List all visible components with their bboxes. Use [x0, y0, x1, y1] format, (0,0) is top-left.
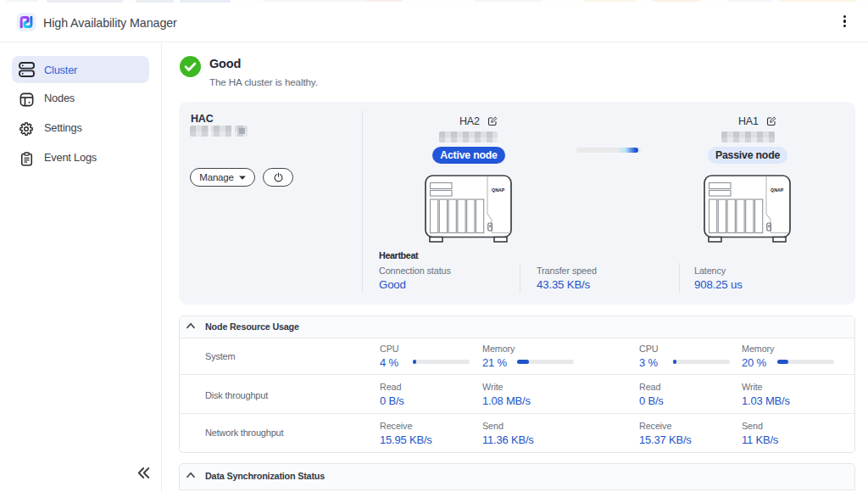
svg-text:QNAP: QNAP	[492, 187, 505, 193]
svg-text:QNAP: QNAP	[771, 187, 784, 193]
